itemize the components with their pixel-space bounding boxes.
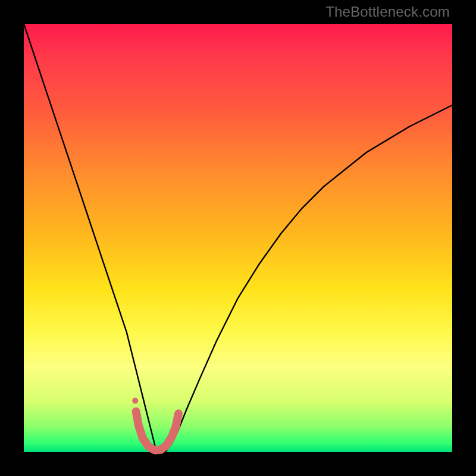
watermark-label: TheBottleneck.com (325, 4, 450, 20)
marker-dot (132, 398, 138, 404)
curve-layer (24, 24, 452, 452)
chart-frame: TheBottleneck.com (0, 0, 476, 476)
plot-area (24, 24, 452, 452)
bottleneck-curve (24, 24, 452, 452)
marker-arc (136, 412, 178, 450)
